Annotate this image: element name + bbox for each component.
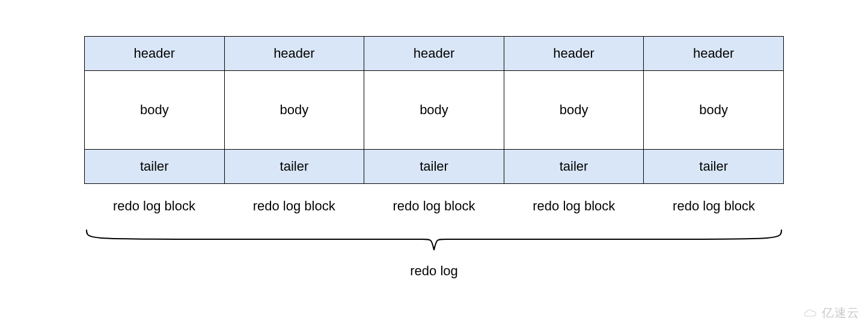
body-label: body — [420, 102, 448, 118]
header-label: header — [414, 46, 455, 61]
tailer-row: tailer tailer tailer tailer tailer — [84, 149, 784, 184]
tailer-label: tailer — [699, 159, 728, 174]
body-row: body body body body body — [84, 71, 784, 149]
block-caption-row: redo log block redo log block redo log b… — [84, 198, 784, 214]
block-body: body — [224, 71, 365, 149]
block-tailer: tailer — [224, 149, 365, 184]
body-label: body — [280, 102, 309, 118]
tailer-label: tailer — [420, 159, 448, 174]
block-body: body — [643, 71, 784, 149]
header-label: header — [134, 46, 176, 61]
curly-brace — [84, 228, 784, 252]
block-body: body — [504, 71, 644, 149]
redo-log-diagram: header header header header header body … — [84, 36, 784, 279]
header-label: header — [553, 46, 594, 61]
block-tailer: tailer — [364, 149, 504, 184]
tailer-label: tailer — [140, 159, 169, 174]
body-label: body — [560, 102, 588, 118]
watermark-text: 亿速云 — [822, 305, 860, 321]
brace-icon — [84, 228, 784, 252]
block-caption: redo log block — [224, 198, 364, 214]
block-caption: redo log block — [364, 198, 504, 214]
block-tailer: tailer — [84, 149, 225, 184]
block-caption: redo log block — [644, 198, 784, 214]
block-body: body — [364, 71, 504, 149]
block-caption: redo log block — [84, 198, 224, 214]
watermark: 亿速云 — [802, 305, 860, 321]
cloud-icon — [802, 308, 818, 319]
overall-label: redo log — [84, 263, 784, 279]
block-caption: redo log block — [504, 198, 644, 214]
block-header: header — [364, 36, 504, 71]
block-tailer: tailer — [643, 149, 784, 184]
block-tailer: tailer — [504, 149, 644, 184]
block-body: body — [84, 71, 225, 149]
tailer-label: tailer — [280, 159, 309, 174]
body-label: body — [699, 102, 728, 118]
header-row: header header header header header — [84, 36, 784, 71]
block-header: header — [504, 36, 644, 71]
block-header: header — [224, 36, 365, 71]
header-label: header — [274, 46, 315, 61]
block-header: header — [643, 36, 784, 71]
header-label: header — [693, 46, 735, 61]
body-label: body — [140, 102, 169, 118]
tailer-label: tailer — [560, 159, 588, 174]
block-header: header — [84, 36, 225, 71]
